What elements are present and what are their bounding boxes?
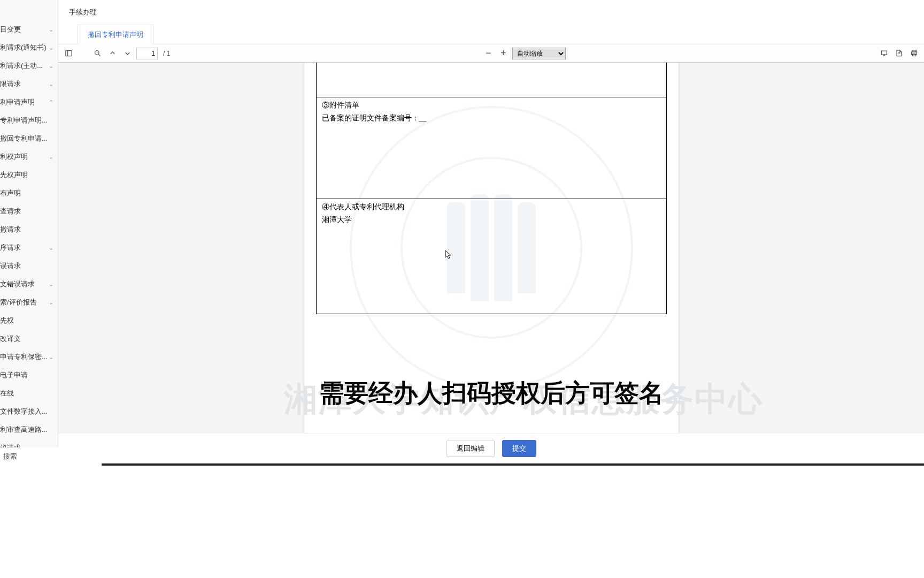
sidebar-item[interactable]: 索/评价报告⌄ bbox=[0, 293, 58, 311]
submit-button[interactable]: 提交 bbox=[502, 440, 536, 457]
tab-active[interactable]: 撤回专利申请声明 bbox=[78, 25, 153, 44]
sidebar-item[interactable]: 序请求⌄ bbox=[0, 239, 58, 257]
sidebar-item[interactable]: 先权声明 bbox=[0, 166, 58, 184]
sidebar-item[interactable]: 申请专利保密...⌄ bbox=[0, 348, 58, 366]
pdf-viewport[interactable]: ③附件清单 已备案的证明文件备案编号：__ ④代表人或专利代理机构 湘潭大学 bbox=[58, 63, 924, 433]
section-line: 湘潭大学 bbox=[322, 215, 661, 225]
main-content: 手续办理 撤回专利申请声明 / 1 − + 自动缩放 bbox=[58, 0, 924, 463]
pdf-toolbar: / 1 − + 自动缩放 bbox=[58, 44, 924, 63]
section-title: ③附件清单 bbox=[322, 101, 661, 110]
sidebar-item[interactable]: 利权声明⌄ bbox=[0, 148, 58, 166]
chevron-down-icon: ⌄ bbox=[49, 354, 53, 361]
sidebar-item[interactable]: 利审查高速路... bbox=[0, 421, 58, 439]
sidebar-item[interactable]: 专利申请声明... bbox=[0, 111, 58, 130]
sidebar-item[interactable]: 查请求 bbox=[0, 202, 58, 220]
open-file-icon[interactable] bbox=[893, 48, 905, 59]
section-title: ④代表人或专利代理机构 bbox=[322, 202, 661, 212]
page-total: / 1 bbox=[163, 50, 170, 57]
sidebar-item[interactable]: 电子申请 bbox=[0, 366, 58, 384]
sidebar-item[interactable]: 布声明 bbox=[0, 184, 58, 202]
chevron-down-icon: ⌄ bbox=[49, 245, 53, 252]
chevron-up-icon: ⌃ bbox=[49, 99, 53, 106]
sidebar-item[interactable]: 限请求⌄ bbox=[0, 75, 58, 93]
back-to-edit-button[interactable]: 返回编辑 bbox=[446, 440, 495, 457]
sidebar-item[interactable]: 先权 bbox=[0, 311, 58, 330]
breadcrumb: 手续办理 bbox=[58, 0, 924, 25]
chevron-down-icon: ⌄ bbox=[49, 63, 53, 70]
tab-bar: 撤回专利申请声明 bbox=[58, 25, 924, 44]
chevron-down-icon: ⌄ bbox=[49, 154, 53, 161]
print-icon[interactable] bbox=[908, 48, 920, 59]
page-number-input[interactable] bbox=[136, 48, 158, 59]
chevron-down-icon: ⌄ bbox=[49, 281, 53, 288]
svg-point-2 bbox=[95, 51, 99, 55]
sidebar-item[interactable]: 撤请求 bbox=[0, 220, 58, 239]
app-root: 目变更⌄ 利请求(通知书)⌄ 利请求(主动...⌄ 限请求⌄ 利申请声明⌃ 专利… bbox=[0, 0, 924, 463]
pdf-page: ③附件清单 已备案的证明文件备案编号：__ ④代表人或专利代理机构 湘潭大学 bbox=[304, 63, 679, 433]
sidebar-item[interactable]: 在线 bbox=[0, 384, 58, 402]
sidebar-item[interactable]: 文件数字接入... bbox=[0, 402, 58, 421]
chevron-down-icon: ⌄ bbox=[49, 44, 53, 51]
zoom-out-icon[interactable]: − bbox=[482, 48, 494, 59]
zoom-select[interactable]: 自动缩放 bbox=[512, 48, 566, 59]
form-section-3: ③附件清单 已备案的证明文件备案编号：__ bbox=[316, 97, 667, 199]
svg-line-3 bbox=[98, 54, 100, 56]
sidebar: 目变更⌄ 利请求(通知书)⌄ 利请求(主动...⌄ 限请求⌄ 利申请声明⌃ 专利… bbox=[0, 0, 58, 463]
sidebar-item[interactable]: 利请求(通知书)⌄ bbox=[0, 39, 58, 57]
sidebar-toggle-icon[interactable] bbox=[63, 48, 74, 59]
zoom-in-icon[interactable]: + bbox=[497, 48, 509, 59]
form-section-2 bbox=[316, 63, 667, 97]
form-section-4: ④代表人或专利代理机构 湘潭大学 bbox=[316, 199, 667, 314]
sidebar-item[interactable]: 目变更⌄ bbox=[0, 20, 58, 39]
chevron-down-icon: ⌄ bbox=[49, 81, 53, 88]
svg-rect-0 bbox=[65, 51, 71, 56]
action-bar: 返回编辑 提交 bbox=[58, 433, 924, 463]
sidebar-item[interactable]: 误请求 bbox=[0, 257, 58, 275]
sidebar-item[interactable]: 改译文 bbox=[0, 330, 58, 348]
sidebar-item[interactable]: 撤回专利申请... bbox=[0, 130, 58, 148]
presentation-icon[interactable] bbox=[878, 48, 890, 59]
sidebar-item[interactable]: 文错误请求⌄ bbox=[0, 275, 58, 293]
search-icon[interactable] bbox=[91, 48, 103, 59]
chevron-down-icon: ⌄ bbox=[49, 26, 53, 33]
sidebar-item[interactable]: 利申请声明⌃ bbox=[0, 93, 58, 111]
next-page-icon[interactable] bbox=[121, 48, 133, 59]
chevron-down-icon: ⌄ bbox=[49, 299, 53, 306]
section-line: 已备案的证明文件备案编号：__ bbox=[322, 113, 661, 123]
prev-page-icon[interactable] bbox=[106, 48, 118, 59]
sidebar-item[interactable]: 利请求(主动...⌄ bbox=[0, 57, 58, 75]
